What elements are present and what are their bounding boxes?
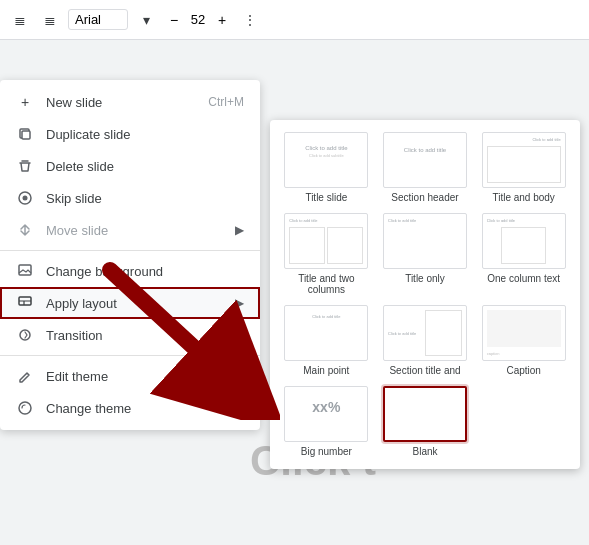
layout-thumb-big-number: xx%: [284, 386, 368, 442]
apply-layout-arrow: ▶: [235, 296, 244, 310]
layout-item-title-body[interactable]: Click to add title Title and body: [479, 132, 568, 203]
layout-label-title-only: Title only: [405, 273, 445, 284]
edit-theme-icon: [16, 367, 34, 385]
menu-item-skip-slide[interactable]: Skip slide: [0, 182, 260, 214]
layout-item-main-point[interactable]: Click to add title Main point: [282, 305, 371, 376]
align-left-icon[interactable]: ≣: [8, 8, 32, 32]
apply-layout-icon: [16, 294, 34, 312]
new-slide-shortcut: Ctrl+M: [208, 95, 244, 109]
layout-label-one-col: One column text: [487, 273, 560, 284]
font-size-increase-button[interactable]: +: [212, 10, 232, 30]
layout-thumb-title-only: Click to add title: [383, 213, 467, 269]
layout-label-big-number: Big number: [301, 446, 352, 457]
layout-thumb-section-title: Click to add title: [383, 305, 467, 361]
more-options-icon[interactable]: ⋮: [238, 8, 262, 32]
transition-label: Transition: [46, 328, 244, 343]
layout-item-two-col[interactable]: Click to add title Title and two columns: [282, 213, 371, 295]
layout-thumb-blank: [383, 386, 467, 442]
change-theme-icon: [16, 399, 34, 417]
font-dropdown-icon[interactable]: ▾: [134, 8, 158, 32]
move-slide-icon: [16, 221, 34, 239]
font-size-value[interactable]: 52: [186, 12, 210, 27]
svg-rect-4: [19, 265, 31, 275]
skip-slide-icon: [16, 189, 34, 207]
svg-rect-1: [22, 131, 30, 139]
toolbar: ≣ ≣ Arial ▾ − 52 + ⋮: [0, 0, 589, 40]
layout-label-section-header: Section header: [391, 192, 458, 203]
layout-label-two-col: Title and two columns: [282, 273, 371, 295]
change-background-label: Change background: [46, 264, 244, 279]
layout-label-section-title: Section title and: [389, 365, 460, 376]
menu-item-change-background[interactable]: Change background: [0, 255, 260, 287]
menu-item-transition[interactable]: Transition: [0, 319, 260, 351]
context-menu: + New slide Ctrl+M Duplicate slide Delet…: [0, 80, 260, 430]
duplicate-slide-label: Duplicate slide: [46, 127, 244, 142]
layout-thumb-one-col: Click to add title: [482, 213, 566, 269]
layout-label-main-point: Main point: [303, 365, 349, 376]
new-slide-label: New slide: [46, 95, 196, 110]
layout-thumb-title-slide: Click to add title Click to add subtitle: [284, 132, 368, 188]
layout-grid: Click to add title Click to add subtitle…: [282, 132, 568, 457]
layout-thumb-section-header: Click to add title: [383, 132, 467, 188]
svg-point-3: [23, 196, 28, 201]
layout-thumb-main-point: Click to add title: [284, 305, 368, 361]
change-theme-label: Change theme: [46, 401, 244, 416]
layout-item-title-slide[interactable]: Click to add title Click to add subtitle…: [282, 132, 371, 203]
layout-item-big-number[interactable]: xx% Big number: [282, 386, 371, 457]
divider-1: [0, 250, 260, 251]
font-size-decrease-button[interactable]: −: [164, 10, 184, 30]
layout-item-section-header[interactable]: Click to add title Section header: [381, 132, 470, 203]
divider-2: [0, 355, 260, 356]
skip-slide-label: Skip slide: [46, 191, 244, 206]
transition-icon: [16, 326, 34, 344]
align-center-icon[interactable]: ≣: [38, 8, 62, 32]
move-slide-label: Move slide: [46, 223, 223, 238]
menu-item-change-theme[interactable]: Change theme: [0, 392, 260, 424]
layout-label-title-slide: Title slide: [305, 192, 347, 203]
menu-item-apply-layout[interactable]: Apply layout ▶: [0, 287, 260, 319]
delete-slide-label: Delete slide: [46, 159, 244, 174]
menu-item-move-slide: Move slide ▶: [0, 214, 260, 246]
layout-item-caption[interactable]: caption Caption: [479, 305, 568, 376]
menu-item-edit-theme[interactable]: Edit theme: [0, 360, 260, 392]
layout-thumb-caption: caption: [482, 305, 566, 361]
layout-thumb-title-body: Click to add title: [482, 132, 566, 188]
layout-item-one-col[interactable]: Click to add title One column text: [479, 213, 568, 295]
menu-item-new-slide[interactable]: + New slide Ctrl+M: [0, 86, 260, 118]
main-area: Click t + New slide Ctrl+M Duplicate sli…: [0, 40, 589, 545]
layout-label-blank: Blank: [412, 446, 437, 457]
font-name-selector[interactable]: Arial: [68, 9, 128, 30]
layout-item-title-only[interactable]: Click to add title Title only: [381, 213, 470, 295]
layout-item-section-title[interactable]: Click to add title Section title and: [381, 305, 470, 376]
font-size-control: − 52 +: [164, 10, 232, 30]
move-slide-arrow: ▶: [235, 223, 244, 237]
menu-item-duplicate-slide[interactable]: Duplicate slide: [0, 118, 260, 150]
layout-label-caption: Caption: [506, 365, 540, 376]
menu-item-delete-slide[interactable]: Delete slide: [0, 150, 260, 182]
layout-label-title-body: Title and body: [492, 192, 554, 203]
duplicate-slide-icon: [16, 125, 34, 143]
edit-theme-label: Edit theme: [46, 369, 244, 384]
new-slide-icon: +: [16, 93, 34, 111]
change-background-icon: [16, 262, 34, 280]
layout-item-blank[interactable]: Blank: [381, 386, 470, 457]
layout-thumb-two-col: Click to add title: [284, 213, 368, 269]
layout-panel: Click to add title Click to add subtitle…: [270, 120, 580, 469]
apply-layout-label: Apply layout: [46, 296, 223, 311]
delete-slide-icon: [16, 157, 34, 175]
